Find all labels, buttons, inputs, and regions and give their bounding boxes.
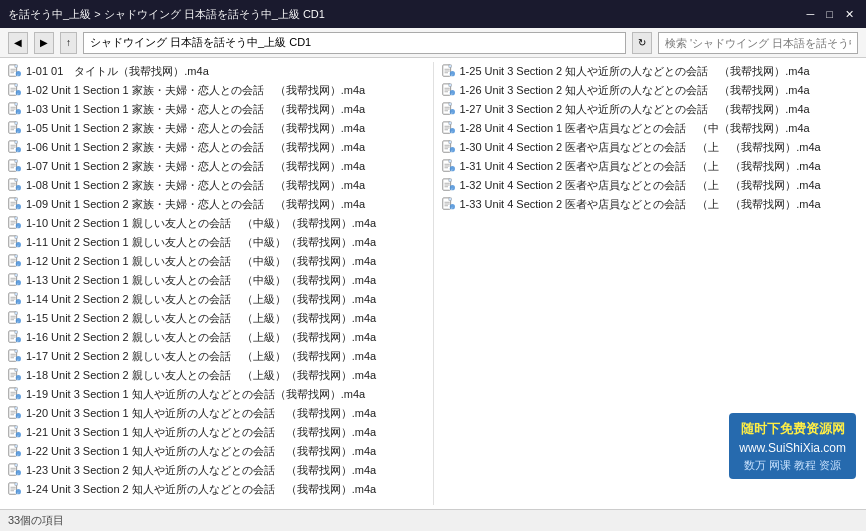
svg-rect-204 (448, 179, 451, 182)
list-item[interactable]: ♪ 1-22 Unit 3 Section 1 知人や近所の人などとの会話 （我… (4, 442, 429, 460)
svg-rect-85 (15, 293, 18, 296)
svg-rect-8 (15, 84, 18, 87)
list-item[interactable]: ♪ 1-32 Unit 4 Section 2 医者や店員などとの会話 （上 （… (438, 176, 863, 194)
breadcrumb-text: を話そう中_上級 > シャドウイング 日本語を話そう中_上級 CD1 (8, 7, 325, 22)
svg-text:♪: ♪ (17, 491, 19, 495)
list-item[interactable]: ♪ 1-06 Unit 1 Section 2 家族・夫婦・恋人との会話 （我帮… (4, 138, 429, 156)
status-bar: 33個の項目 (0, 509, 866, 531)
svg-text:♪: ♪ (17, 206, 19, 210)
list-item[interactable]: ♪ 1-03 Unit 1 Section 1 家族・夫婦・恋人との会話 （我帮… (4, 100, 429, 118)
list-item[interactable]: ♪ 1-30 Unit 4 Section 2 医者や店員などとの会話 （上 （… (438, 138, 863, 156)
file-icon: ♪ (440, 82, 456, 98)
svg-rect-15 (15, 103, 18, 106)
svg-text:♪: ♪ (17, 92, 19, 96)
back-button[interactable]: ◀ (8, 32, 28, 54)
file-icon: ♪ (6, 462, 22, 478)
file-icon: ♪ (6, 139, 22, 155)
status-text: 33個の項目 (8, 513, 64, 528)
file-name: 1-28 Unit 4 Section 1 医者や店員などとの会話 （中（我帮找… (460, 121, 810, 136)
minimize-button[interactable]: ─ (803, 8, 819, 21)
file-name: 1-33 Unit 4 Section 2 医者や店員などとの会話 （上 （我帮… (460, 197, 821, 212)
file-icon: ♪ (440, 101, 456, 117)
list-item[interactable]: ♪ 1-21 Unit 3 Section 1 知人や近所の人などとの会話 （我… (4, 423, 429, 441)
svg-text:♪: ♪ (17, 225, 19, 229)
list-item[interactable]: ♪ 1-05 Unit 1 Section 2 家族・夫婦・恋人との会話 （我帮… (4, 119, 429, 137)
file-icon: ♪ (6, 253, 22, 269)
forward-button[interactable]: ▶ (34, 32, 54, 54)
file-icon: ♪ (6, 63, 22, 79)
file-name: 1-02 Unit 1 Section 1 家族・夫婦・恋人との会話 （我帮找网… (26, 83, 365, 98)
list-item[interactable]: ♪ 1-23 Unit 3 Section 2 知人や近所の人などとの会話 （我… (4, 461, 429, 479)
list-item[interactable]: ♪ 1-10 Unit 2 Section 1 親しい友人との会話 （中級）（我… (4, 214, 429, 232)
file-name: 1-21 Unit 3 Section 1 知人や近所の人などとの会話 （我帮找… (26, 425, 376, 440)
svg-text:♪: ♪ (451, 187, 453, 191)
title-bar: を話そう中_上級 > シャドウイング 日本語を話そう中_上級 CD1 ─ □ ✕ (0, 0, 866, 28)
search-input[interactable] (658, 32, 858, 54)
file-icon: ♪ (440, 63, 456, 79)
file-icon: ♪ (440, 120, 456, 136)
file-icon: ♪ (6, 158, 22, 174)
svg-rect-57 (15, 217, 18, 220)
svg-text:♪: ♪ (17, 415, 19, 419)
list-item[interactable]: ♪ 1-25 Unit 3 Section 2 知人や近所の人などとの会話 （我… (438, 62, 863, 80)
maximize-button[interactable]: □ (822, 8, 837, 21)
file-name: 1-12 Unit 2 Section 1 親しい友人との会話 （中級）（我帮找… (26, 254, 376, 269)
svg-text:♪: ♪ (17, 339, 19, 343)
file-name: 1-13 Unit 2 Section 1 親しい友人との会話 （中級）（我帮找… (26, 273, 376, 288)
svg-rect-169 (448, 84, 451, 87)
file-icon: ♪ (6, 386, 22, 402)
file-icon: ♪ (6, 215, 22, 231)
file-name: 1-10 Unit 2 Section 1 親しい友人との会話 （中級）（我帮找… (26, 216, 376, 231)
file-icon: ♪ (440, 196, 456, 212)
file-name: 1-08 Unit 1 Section 2 家族・夫婦・恋人との会話 （我帮找网… (26, 178, 365, 193)
refresh-button[interactable]: ↻ (632, 32, 652, 54)
list-item[interactable]: ♪ 1-24 Unit 3 Section 2 知人や近所の人などとの会話 （我… (4, 480, 429, 498)
list-item[interactable]: ♪ 1-16 Unit 2 Section 2 親しい友人との会話 （上級）（我… (4, 328, 429, 346)
list-item[interactable]: ♪ 1-09 Unit 1 Section 2 家族・夫婦・恋人との会話 （我帮… (4, 195, 429, 213)
file-name: 1-09 Unit 1 Section 2 家族・夫婦・恋人との会話 （我帮找网… (26, 197, 365, 212)
list-item[interactable]: ♪ 1-12 Unit 2 Section 1 親しい友人との会話 （中級）（我… (4, 252, 429, 270)
list-item[interactable]: ♪ 1-14 Unit 2 Section 2 親しい友人との会話 （上級）（我… (4, 290, 429, 308)
close-button[interactable]: ✕ (841, 8, 858, 21)
list-item[interactable]: ♪ 1-26 Unit 3 Section 2 知人や近所の人などとの会話 （我… (438, 81, 863, 99)
svg-text:♪: ♪ (17, 472, 19, 476)
svg-rect-155 (15, 483, 18, 486)
file-name: 1-16 Unit 2 Section 2 親しい友人との会話 （上級）（我帮找… (26, 330, 376, 345)
file-name: 1-06 Unit 1 Section 2 家族・夫婦・恋人との会話 （我帮找网… (26, 140, 365, 155)
list-item[interactable]: ♪ 1-18 Unit 2 Section 2 親しい友人との会話 （上級）（我… (4, 366, 429, 384)
left-column: ♪ 1-01 01 タイトル（我帮找网）.m4a ♪ 1-02 Unit 1 S… (4, 62, 434, 505)
file-icon: ♪ (6, 424, 22, 440)
address-input[interactable] (83, 32, 626, 54)
svg-text:♪: ♪ (451, 130, 453, 134)
file-name: 1-24 Unit 3 Section 2 知人や近所の人などとの会話 （我帮找… (26, 482, 376, 497)
svg-rect-127 (15, 407, 18, 410)
list-item[interactable]: ♪ 1-02 Unit 1 Section 1 家族・夫婦・恋人との会話 （我帮… (4, 81, 429, 99)
list-item[interactable]: ♪ 1-20 Unit 3 Section 1 知人や近所の人などとの会話 （我… (4, 404, 429, 422)
list-item[interactable]: ♪ 1-33 Unit 4 Section 2 医者や店員などとの会話 （上 （… (438, 195, 863, 213)
list-item[interactable]: ♪ 1-31 Unit 4 Section 2 医者や店員などとの会話 （上 （… (438, 157, 863, 175)
list-item[interactable]: ♪ 1-27 Unit 3 Section 2 知人や近所の人などとの会話 （我… (438, 100, 863, 118)
svg-text:♪: ♪ (17, 244, 19, 248)
list-item[interactable]: ♪ 1-19 Unit 3 Section 1 知人や近所の人などとの会話（我帮… (4, 385, 429, 403)
file-name: 1-17 Unit 2 Section 2 親しい友人との会話 （上級）（我帮找… (26, 349, 376, 364)
list-item[interactable]: ♪ 1-28 Unit 4 Section 1 医者や店員などとの会話 （中（我… (438, 119, 863, 137)
file-icon: ♪ (6, 405, 22, 421)
list-item[interactable]: ♪ 1-17 Unit 2 Section 2 親しい友人との会話 （上級）（我… (4, 347, 429, 365)
svg-text:♪: ♪ (17, 453, 19, 457)
svg-rect-113 (15, 369, 18, 372)
svg-rect-106 (15, 350, 18, 353)
svg-rect-176 (448, 103, 451, 106)
list-item[interactable]: ♪ 1-15 Unit 2 Section 2 親しい友人との会話 （上級）（我… (4, 309, 429, 327)
svg-rect-50 (15, 198, 18, 201)
svg-rect-36 (15, 160, 18, 163)
up-button[interactable]: ↑ (60, 32, 77, 54)
list-item[interactable]: ♪ 1-07 Unit 1 Section 2 家族・夫婦・恋人との会話 （我帮… (4, 157, 429, 175)
file-icon: ♪ (6, 234, 22, 250)
list-item[interactable]: ♪ 1-08 Unit 1 Section 2 家族・夫婦・恋人との会話 （我帮… (4, 176, 429, 194)
svg-rect-1 (15, 65, 18, 68)
file-name: 1-07 Unit 1 Section 2 家族・夫婦・恋人との会話 （我帮找网… (26, 159, 365, 174)
list-item[interactable]: ♪ 1-13 Unit 2 Section 1 親しい友人との会話 （中級）（我… (4, 271, 429, 289)
list-item[interactable]: ♪ 1-01 01 タイトル（我帮找网）.m4a (4, 62, 429, 80)
svg-text:♪: ♪ (451, 111, 453, 115)
list-item[interactable]: ♪ 1-11 Unit 2 Section 1 親しい友人との会話 （中級）（我… (4, 233, 429, 251)
